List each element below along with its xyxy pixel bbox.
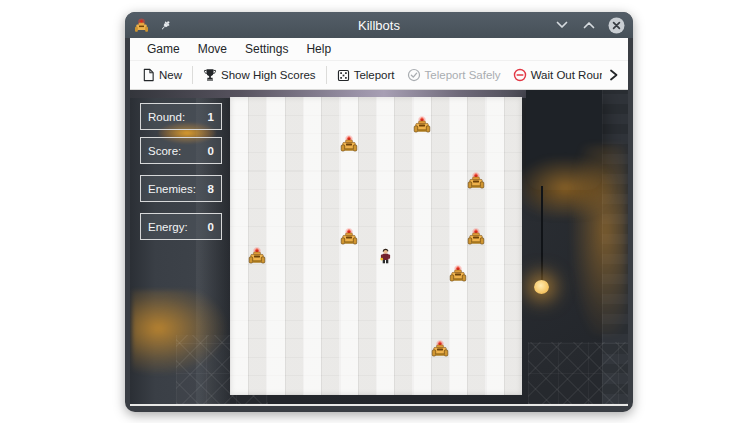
- energy-value: 0: [208, 221, 214, 233]
- menu-game[interactable]: Game: [138, 40, 189, 58]
- teleport-button[interactable]: Teleport: [331, 66, 401, 85]
- menubar: Game Move Settings Help: [130, 38, 628, 60]
- game-scene: Round: 1 Score: 0 Enemies: 8 Energy: 0: [130, 90, 628, 404]
- round-value: 1: [208, 111, 214, 123]
- close-button[interactable]: [607, 16, 625, 34]
- window-body: Game Move Settings Help New Show Hig: [130, 38, 628, 406]
- minimize-button[interactable]: [553, 16, 571, 34]
- teleport-safely-label: Teleport Safely: [425, 69, 501, 81]
- toolbar-overflow-button[interactable]: [602, 61, 624, 89]
- enemy-robot-sprite: [431, 340, 449, 357]
- robot-app-icon[interactable]: [133, 17, 149, 33]
- enemies-stat-box: Enemies: 8: [140, 175, 222, 202]
- score-stat-box: Score: 0: [140, 137, 222, 164]
- round-label: Round:: [148, 111, 185, 123]
- game-board[interactable]: [230, 97, 522, 395]
- hero-sprite: [379, 247, 392, 264]
- enemies-label: Enemies:: [148, 183, 196, 195]
- enemy-robot-sprite: [413, 116, 431, 133]
- chevron-right-icon: [608, 69, 619, 81]
- enemy-robot-sprite: [449, 265, 467, 282]
- scene-crates-right: [528, 342, 628, 404]
- menu-move[interactable]: Move: [189, 40, 236, 58]
- trophy-icon: [203, 68, 217, 82]
- stop-circle-icon: [513, 68, 527, 82]
- pin-icon[interactable]: [157, 17, 173, 33]
- document-new-icon: [142, 68, 155, 82]
- enemies-value: 8: [208, 183, 214, 195]
- enemy-robot-sprite: [467, 228, 485, 245]
- wait-out-round-label: Wait Out Round: [531, 69, 612, 81]
- menu-help[interactable]: Help: [297, 40, 340, 58]
- enemy-robot-sprite: [340, 135, 358, 152]
- teleport-label: Teleport: [354, 69, 395, 81]
- energy-label: Energy:: [148, 221, 188, 233]
- energy-stat-box: Energy: 0: [140, 213, 222, 240]
- enemy-robot-sprite: [248, 247, 266, 264]
- teleport-dice-icon: [337, 69, 350, 82]
- killbots-window: Killbots Game Move Settings Help: [125, 12, 633, 412]
- check-circle-icon: [407, 68, 421, 82]
- titlebar[interactable]: Killbots: [125, 12, 633, 38]
- maximize-button[interactable]: [580, 16, 598, 34]
- enemy-robot-sprite: [467, 172, 485, 189]
- new-button[interactable]: New: [136, 65, 188, 85]
- teleport-safely-button: Teleport Safely: [401, 65, 507, 85]
- show-high-scores-button[interactable]: Show High Scores: [197, 65, 322, 85]
- score-value: 0: [208, 145, 214, 157]
- menu-settings[interactable]: Settings: [236, 40, 297, 58]
- score-label: Score:: [148, 145, 181, 157]
- show-high-scores-label: Show High Scores: [221, 69, 316, 81]
- window-bottom-highlight: [130, 404, 628, 406]
- lamp-bulb: [534, 280, 549, 294]
- toolbar-separator: [326, 66, 327, 84]
- enemy-robot-sprite: [340, 228, 358, 245]
- round-stat-box: Round: 1: [140, 103, 222, 130]
- new-label: New: [159, 69, 182, 81]
- toolbar: New Show High Scores: [130, 60, 628, 90]
- lamp-cord: [541, 186, 543, 282]
- scene-side-glow: [572, 145, 627, 335]
- toolbar-separator: [192, 66, 193, 84]
